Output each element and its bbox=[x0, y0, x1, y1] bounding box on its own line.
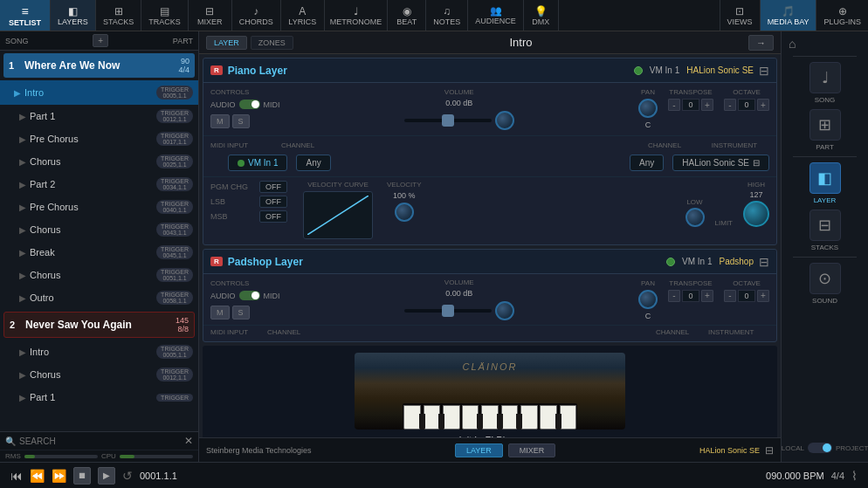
padshop-solo-btn[interactable]: S bbox=[232, 306, 250, 320]
padshop-dest-label: VM In 1 bbox=[682, 257, 712, 266]
nav-chords[interactable]: ♪ CHORDS bbox=[232, 0, 281, 31]
part-item-intro[interactable]: ▶ Intro TRIGGER 0005,1.1 bbox=[0, 80, 198, 105]
part-item-chorus2[interactable]: ▶ Chorus TRIGGER 0043,1.1 bbox=[0, 218, 198, 241]
part-item-prechorus2[interactable]: ▶ Pre Chorus TRIGGER 0040,1.1 bbox=[0, 196, 198, 218]
solo-btn[interactable]: S bbox=[232, 114, 250, 128]
song-timesig-2: 8/8 bbox=[176, 325, 189, 333]
transport-loop-icon: ↺ bbox=[122, 469, 133, 483]
part-name-chorus1: Chorus bbox=[30, 156, 156, 167]
search-clear-btn[interactable]: ✕ bbox=[184, 435, 193, 447]
msb-val: OFF bbox=[259, 210, 287, 223]
part-item-chorus1[interactable]: ▶ Chorus TRIGGER 0025,1.1 bbox=[0, 150, 198, 173]
channel-select-1[interactable]: Any bbox=[296, 155, 330, 171]
nav-beat[interactable]: ◉ BEAT bbox=[388, 0, 426, 31]
right-sound-btn[interactable]: ⊙ SOUND bbox=[809, 263, 841, 305]
nav-metronome[interactable]: ♩ METRONOME bbox=[325, 0, 389, 31]
nav-mixer[interactable]: ⊟ MIXER bbox=[189, 0, 232, 31]
piano-plugin-bars[interactable]: ⊟ bbox=[759, 64, 769, 78]
instrument-select[interactable]: HALion Sonic SE ⊟ bbox=[672, 155, 769, 171]
part-name-chorus3: Chorus bbox=[30, 270, 156, 280]
padshop-audio-toggle[interactable] bbox=[239, 291, 260, 300]
mute-btn[interactable]: M bbox=[210, 114, 230, 128]
nav-stacks[interactable]: ⊞ STACKS bbox=[96, 0, 141, 31]
part-item-prechorus1[interactable]: ▶ Pre Chorus TRIGGER 0017,1.1 bbox=[0, 127, 198, 150]
padshop-plugin-bars[interactable]: ⊟ bbox=[759, 255, 769, 269]
padshop-mute-btn[interactable]: M bbox=[210, 306, 230, 320]
transport-back-btn[interactable]: ⏮ bbox=[10, 469, 23, 483]
section-title: Intro bbox=[509, 36, 532, 49]
piano-layer-power[interactable] bbox=[634, 66, 643, 75]
song-item-1[interactable]: 1 Where Are We Now 90 4/4 bbox=[3, 53, 195, 78]
right-part-btn[interactable]: ⊞ PART bbox=[809, 109, 841, 151]
octave-plus[interactable]: + bbox=[757, 99, 769, 111]
nav-plug-ins[interactable]: ⊕ PLUG-INS bbox=[816, 0, 868, 31]
instrument-bars-icon: ⊟ bbox=[753, 158, 760, 168]
cpu-label: CPU bbox=[101, 452, 116, 460]
transport-prev-btn[interactable]: ⏪ bbox=[30, 469, 45, 483]
limit-label: LIMIT bbox=[715, 219, 733, 227]
part-item-song2-intro[interactable]: ▶ Intro TRIGGER 0005,1.1 bbox=[0, 340, 198, 363]
mixer-bottom-btn[interactable]: MIXER bbox=[508, 443, 556, 457]
padshop-transpose-plus[interactable]: + bbox=[701, 290, 713, 302]
right-layer-btn[interactable]: ◧ LAYER bbox=[809, 162, 841, 204]
octave-minus[interactable]: - bbox=[724, 99, 736, 111]
part-item-break[interactable]: ▶ Break TRIGGER 0045,1.1 bbox=[0, 241, 198, 264]
nav-audience[interactable]: 👥 AUDIENCE bbox=[468, 0, 524, 31]
midi-input-select[interactable]: VM In 1 bbox=[228, 155, 287, 171]
zones-tab-btn[interactable]: ZONES bbox=[251, 36, 293, 50]
high-val: 127 bbox=[749, 190, 762, 199]
layer-tab-btn[interactable]: LAYER bbox=[206, 36, 247, 50]
padshop-octave-minus[interactable]: - bbox=[724, 290, 736, 302]
volume-label: VOLUME bbox=[444, 88, 474, 96]
low-label: LOW bbox=[686, 198, 702, 206]
octave-label: OCTAVE bbox=[733, 88, 761, 96]
transport-play-btn[interactable]: ▶ bbox=[98, 467, 115, 485]
home-icon[interactable]: ⌂ bbox=[785, 37, 865, 51]
transport-next-btn[interactable]: ⏩ bbox=[52, 469, 66, 483]
nav-notes[interactable]: ♫ NOTES bbox=[426, 0, 468, 31]
padshop-volume-label: VOLUME bbox=[444, 278, 474, 286]
add-song-btn[interactable]: + bbox=[93, 34, 108, 47]
nav-lyrics[interactable]: A LYRICS bbox=[281, 0, 325, 31]
padshop-octave-plus[interactable]: + bbox=[757, 290, 769, 302]
padshop-power[interactable] bbox=[666, 258, 675, 266]
song-item-2[interactable]: 2 Never Saw You Again 145 8/8 bbox=[3, 312, 195, 338]
nav-views[interactable]: ⊡ VIEWS bbox=[720, 0, 760, 31]
local-project-toggle[interactable] bbox=[808, 443, 832, 453]
nav-setlist[interactable]: ≡ SETLIST bbox=[0, 0, 51, 31]
part-label: PART bbox=[173, 37, 193, 45]
right-stacks-btn[interactable]: ⊟ STACKS bbox=[809, 210, 841, 251]
part-item-song2-chorus[interactable]: ▶ Chorus TRIGGER 0012,1.1 bbox=[0, 363, 198, 386]
halion-label: HALion Sonic SE bbox=[699, 446, 760, 455]
transport-stop-btn[interactable]: ⏹ bbox=[73, 467, 91, 485]
padshop-transpose-val: 0 bbox=[682, 290, 699, 302]
part-name-chorus2: Chorus bbox=[30, 224, 156, 235]
layer-bottom-btn[interactable]: LAYER bbox=[455, 443, 503, 457]
velocity-curve-display bbox=[303, 191, 373, 239]
transpose-minus[interactable]: - bbox=[668, 99, 680, 111]
audio-toggle[interactable] bbox=[239, 100, 260, 109]
transpose-plus[interactable]: + bbox=[701, 99, 713, 111]
part-item-part1[interactable]: ▶ Part 1 TRIGGER 0012,1.1 bbox=[0, 105, 198, 127]
channel-select-2[interactable]: Any bbox=[630, 155, 664, 171]
right-panel: ⌂ ♩ SONG ⊞ PART ◧ LAYER ⊟ STACKS bbox=[781, 31, 868, 462]
controls-label: CONTROLS bbox=[210, 88, 280, 96]
waveform-icon: ⌇ bbox=[851, 469, 858, 483]
halion-bars-icon[interactable]: ⊟ bbox=[765, 444, 774, 457]
part-item-chorus3[interactable]: ▶ Chorus TRIGGER 0051,1.1 bbox=[0, 264, 198, 286]
part-item-song2-part1[interactable]: ▶ Part 1 TRIGGER bbox=[0, 386, 198, 409]
nav-dmx[interactable]: 💡 DMX bbox=[524, 0, 559, 31]
msb-label: MSB bbox=[210, 212, 254, 221]
part-item-part2[interactable]: ▶ Part 2 TRIGGER 0034,1.1 bbox=[0, 173, 198, 196]
position-display: 0001.1.1 bbox=[140, 471, 177, 481]
nav-media-bay[interactable]: 🎵 MEDIA BAY bbox=[760, 0, 816, 31]
part-item-outro[interactable]: ▶ Outro TRIGGER 0058,1.1 bbox=[0, 286, 198, 309]
nav-layers[interactable]: ◧ LAYERS bbox=[51, 0, 96, 31]
nav-tracks[interactable]: ▤ TRACKS bbox=[141, 0, 189, 31]
velocity-curve-label: VELOCITY CURVE bbox=[307, 181, 369, 189]
search-input[interactable] bbox=[19, 436, 184, 446]
padshop-transpose-minus[interactable]: - bbox=[668, 290, 680, 302]
nav-arrow-btn[interactable]: → bbox=[748, 35, 774, 51]
instrument-label: INSTRUMENT bbox=[712, 141, 757, 149]
right-song-btn[interactable]: ♩ SONG bbox=[809, 62, 841, 104]
